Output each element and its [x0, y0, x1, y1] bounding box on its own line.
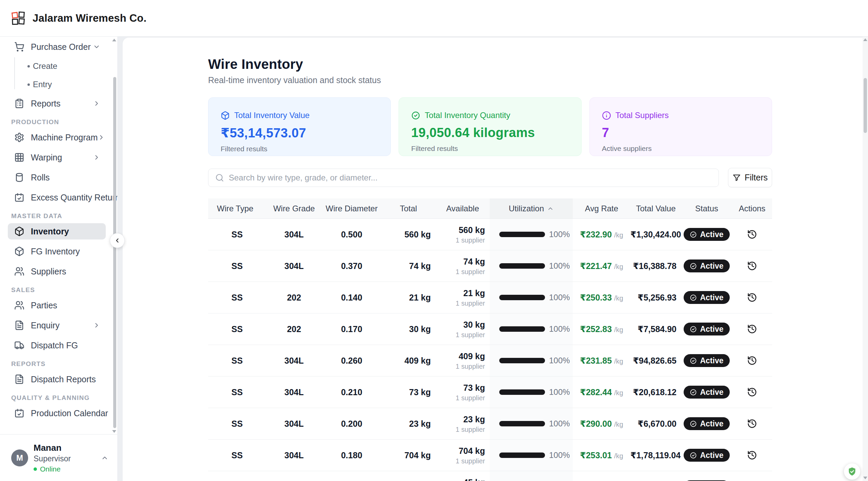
status-cell: Active: [681, 386, 732, 399]
header-utilization[interactable]: Utilization: [490, 198, 573, 218]
sidebar-item-excess-quantity-return[interactable]: Excess Quantity Return: [8, 189, 106, 206]
sidebar-item-dispatch-reports[interactable]: Dispatch Reports: [8, 371, 106, 387]
actions-cell: [732, 387, 772, 397]
page-scrollbar-thumb[interactable]: [864, 78, 867, 133]
wire-type-cell: SS: [208, 230, 266, 239]
utilization-cell: 100%: [490, 250, 573, 282]
available-cell: 30 kg1 supplier: [436, 320, 490, 339]
history-icon[interactable]: [747, 324, 757, 334]
cart-icon: [14, 42, 24, 52]
history-icon[interactable]: [747, 229, 757, 239]
sidebar-subitem-entry[interactable]: Entry: [8, 77, 106, 92]
header-available[interactable]: Available: [436, 198, 490, 218]
grid-icon: [14, 152, 24, 162]
user-role: Supervisor: [34, 454, 101, 463]
history-icon[interactable]: [747, 292, 757, 303]
table-header-row: Wire Type Wire Grade Wire Diameter Total…: [208, 198, 772, 219]
history-icon[interactable]: [747, 419, 757, 429]
total-cell: 560 kg: [381, 230, 436, 239]
status-badge: Active: [684, 417, 729, 430]
history-icon[interactable]: [747, 355, 757, 366]
avg-rate-cell: ₹252.83 /kg: [573, 324, 630, 334]
company-logo-icon: [11, 11, 26, 26]
utilization-bar: [499, 358, 545, 363]
wire-diameter-cell: 0.260: [322, 356, 381, 366]
sidebar-subitem-create[interactable]: Create: [8, 59, 106, 74]
header-wire-grade[interactable]: Wire Grade: [266, 198, 322, 218]
wire-grade-cell: 304L: [266, 419, 322, 429]
sidebar-item-warping[interactable]: Warping: [8, 149, 106, 166]
status-cell: Active: [681, 354, 732, 367]
status-badge: Active: [684, 386, 729, 399]
wire-type-cell: SS: [208, 387, 266, 397]
funnel-icon: [732, 173, 741, 182]
table-row: SS 304L 0.210 73 kg 73 kg1 supplier 100%…: [208, 377, 772, 408]
check-circle-icon: [690, 231, 697, 238]
sidebar-scroll-up-arrow[interactable]: [112, 39, 116, 41]
sidebar-item-parties[interactable]: Parties: [8, 297, 106, 313]
wire-diameter-cell: 0.180: [322, 450, 381, 460]
sidebar-scroll-down-arrow[interactable]: [112, 430, 116, 433]
header-status[interactable]: Status: [681, 198, 732, 218]
actions-cell: [732, 355, 772, 366]
utilization-cell: 100%: [490, 377, 573, 408]
sidebar-scrollbar-thumb[interactable]: [113, 77, 116, 428]
sidebar-item-dispatch-fg[interactable]: Dispatch FG: [8, 337, 106, 353]
sidebar-collapse-button[interactable]: [110, 233, 125, 248]
sidebar-item-purchase-order[interactable]: Purchase Order: [8, 39, 106, 55]
sidebar-item-reports[interactable]: Reports: [8, 95, 106, 112]
total-suppliers: 7: [602, 126, 760, 140]
header-avg-rate[interactable]: Avg Rate: [573, 198, 630, 218]
status-badge: Active: [684, 449, 729, 462]
avg-rate-cell: ₹290.00 /kg: [573, 419, 630, 429]
page-scroll-up-arrow[interactable]: [863, 38, 867, 41]
check-circle-icon: [690, 389, 697, 396]
table-row: SS 304L 0.200 23 kg 23 kg1 supplier 100%…: [208, 408, 772, 440]
total-inventory-value: ₹53,14,573.07: [221, 126, 378, 140]
purchase-order-subgroup: Create Entry: [8, 59, 106, 92]
filters-button[interactable]: Filters: [728, 168, 772, 187]
gear-icon: [14, 132, 24, 142]
actions-cell: [732, 324, 772, 334]
sidebar-item-machine-program[interactable]: Machine Program: [8, 129, 106, 146]
shield-badge[interactable]: [844, 463, 860, 480]
chevron-left-icon: [114, 237, 121, 244]
main-panel: Wire Inventory Real-time inventory valua…: [123, 38, 868, 481]
users-icon: [14, 266, 24, 276]
total-cell: 30 kg: [381, 324, 436, 334]
check-circle-icon: [690, 357, 697, 364]
wire-diameter-cell: 0.170: [322, 324, 381, 334]
wire-diameter-cell: 0.140: [322, 293, 381, 303]
sidebar-item-production-calendar[interactable]: Production Calendar: [8, 405, 106, 421]
search-input[interactable]: [229, 173, 712, 182]
utilization-bar: [499, 295, 545, 300]
sidebar-item-enquiry[interactable]: Enquiry: [8, 317, 106, 333]
header-wire-diameter[interactable]: Wire Diameter: [322, 198, 381, 218]
search-box: [208, 169, 719, 187]
header-total-value[interactable]: Total Value: [630, 198, 681, 218]
sidebar-item-suppliers[interactable]: Suppliers: [8, 263, 106, 280]
chevron-right-icon: [93, 322, 100, 329]
check-circle-icon: [690, 452, 697, 459]
sidebar-item-inventory[interactable]: Inventory: [8, 223, 106, 239]
sidebar-item-rolls[interactable]: Rolls: [8, 169, 106, 186]
total-value-cell: ₹16,388.78: [630, 261, 681, 271]
history-icon[interactable]: [747, 450, 757, 460]
wire-type-cell: SS: [208, 324, 266, 334]
utilization-bar: [499, 326, 545, 332]
calendar-return-icon: [14, 192, 24, 203]
history-icon[interactable]: [747, 387, 757, 397]
available-cell: 45 kg1 supplier: [436, 477, 490, 481]
status-badge: Active: [684, 228, 729, 241]
wire-type-cell: SS: [208, 419, 266, 429]
sidebar-item-fg-inventory[interactable]: FG Inventory: [8, 243, 106, 259]
history-icon[interactable]: [747, 261, 757, 271]
header-wire-type[interactable]: Wire Type: [208, 198, 266, 218]
utilization-bar: [499, 421, 545, 426]
page-scroll-down-arrow[interactable]: [863, 477, 867, 479]
section-label-reports: REPORTS: [11, 360, 106, 368]
header-total[interactable]: Total: [381, 198, 436, 218]
users-icon: [14, 300, 24, 310]
utilization-cell: 100%: [490, 219, 573, 250]
user-menu[interactable]: M Manan Supervisor Online: [0, 434, 117, 481]
